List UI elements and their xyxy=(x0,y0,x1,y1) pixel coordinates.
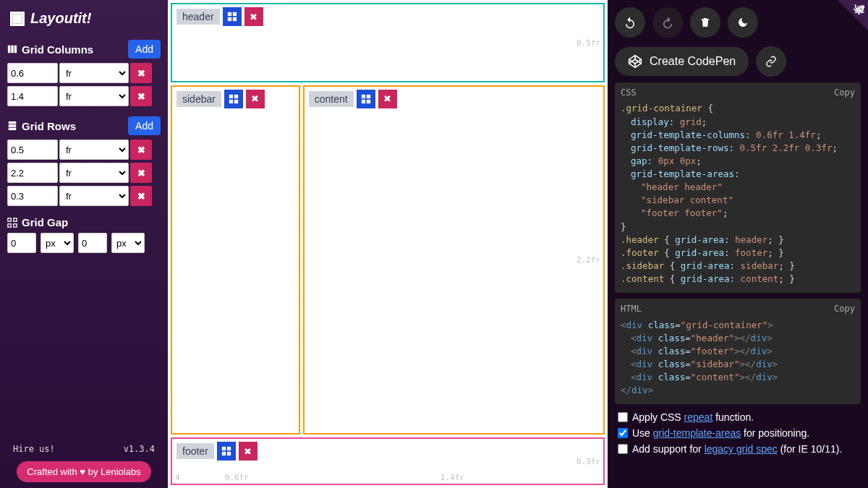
svg-rect-16 xyxy=(229,100,233,103)
svg-rect-3 xyxy=(9,121,17,124)
row-value-input[interactable] xyxy=(7,163,58,183)
area-delete-button[interactable]: ✖ xyxy=(244,7,263,26)
area-name-label[interactable]: content xyxy=(309,91,354,107)
add-column-button[interactable]: Add xyxy=(128,40,161,59)
area-name-label[interactable]: sidebar xyxy=(176,91,221,107)
row-unit-select[interactable]: fr xyxy=(59,163,129,183)
svg-rect-6 xyxy=(8,218,11,221)
area-grid-button[interactable] xyxy=(217,442,236,461)
repeat-checkbox[interactable] xyxy=(618,412,628,422)
option-repeat[interactable]: Apply CSS repeat function. xyxy=(618,411,858,423)
svg-rect-18 xyxy=(362,95,365,98)
svg-rect-11 xyxy=(232,12,236,16)
link-icon xyxy=(765,56,777,67)
redo-icon xyxy=(661,16,674,29)
right-panel: Create CodePen CSS Copy .grid-container … xyxy=(608,0,868,488)
svg-rect-5 xyxy=(9,128,17,131)
dark-mode-button[interactable] xyxy=(728,7,758,38)
app-title: Layoutit! xyxy=(30,10,91,27)
rows-icon xyxy=(7,121,17,131)
grid-preview-canvas[interactable]: 2 header ✖ 0.5fr sidebar ✖ con xyxy=(168,0,608,488)
grid-gap-heading: Grid Gap xyxy=(7,216,68,228)
row-unit-select[interactable]: fr xyxy=(59,140,129,160)
svg-rect-23 xyxy=(227,447,231,450)
row-row: fr ✖ xyxy=(7,163,161,183)
row-value-input[interactable] xyxy=(7,140,58,160)
area-sidebar[interactable]: sidebar ✖ xyxy=(171,85,300,435)
column-row: fr ✖ xyxy=(7,86,161,106)
area-name-label[interactable]: header xyxy=(176,9,220,25)
html-title: HTML xyxy=(621,303,642,315)
row-row: fr ✖ xyxy=(7,140,161,160)
app-logo: Layoutit! xyxy=(7,6,161,37)
gap-col-input[interactable] xyxy=(7,233,36,253)
row-value-input[interactable] xyxy=(7,186,58,206)
option-areas[interactable]: Use grid-template-areas for positioning. xyxy=(618,427,858,439)
svg-rect-7 xyxy=(14,218,17,221)
col-dim-label: 0.6fr xyxy=(225,473,249,482)
github-corner[interactable] xyxy=(838,0,868,30)
svg-rect-10 xyxy=(227,12,231,16)
column-unit-select[interactable]: fr xyxy=(59,63,129,83)
html-code-block: HTML Copy <div class="grid-container"> <… xyxy=(615,299,861,404)
area-header[interactable]: header ✖ 0.5fr xyxy=(171,3,605,82)
area-grid-button[interactable] xyxy=(224,90,243,108)
gap-icon xyxy=(7,218,17,228)
delete-column-button[interactable]: ✖ xyxy=(130,63,152,83)
svg-rect-19 xyxy=(367,95,370,98)
area-name-label[interactable]: footer xyxy=(176,443,214,459)
copy-css-button[interactable]: Copy xyxy=(834,87,855,99)
svg-rect-8 xyxy=(8,223,11,226)
version-label: v1.3.4 xyxy=(124,444,155,454)
grid-left-number: 4 xyxy=(175,473,180,482)
gap-row-unit[interactable]: px xyxy=(111,233,145,253)
svg-rect-1 xyxy=(11,46,14,53)
area-grid-button[interactable] xyxy=(357,90,375,108)
codepen-icon xyxy=(628,54,642,69)
create-codepen-button[interactable]: Create CodePen xyxy=(615,47,749,76)
legacy-checkbox[interactable] xyxy=(618,444,628,454)
svg-rect-24 xyxy=(222,452,226,455)
delete-column-button[interactable]: ✖ xyxy=(130,86,152,106)
column-value-input[interactable] xyxy=(7,63,58,83)
delete-row-button[interactable]: ✖ xyxy=(130,140,152,160)
permalink-button[interactable] xyxy=(756,46,786,77)
column-row: fr ✖ xyxy=(7,63,161,83)
svg-rect-2 xyxy=(14,46,17,53)
grid-columns-heading: Grid Columns xyxy=(7,43,93,56)
delete-row-button[interactable]: ✖ xyxy=(130,163,152,183)
row-dim-label: 2.2fr xyxy=(576,255,600,265)
area-content[interactable]: content ✖ 2.2fr xyxy=(303,85,605,435)
area-footer[interactable]: footer ✖ 0.3fr 4 0.6fr 1.4fr xyxy=(171,437,605,485)
area-delete-button[interactable]: ✖ xyxy=(246,90,265,108)
copy-html-button[interactable]: Copy xyxy=(834,303,855,315)
row-row: fr ✖ xyxy=(7,186,161,206)
area-delete-button[interactable]: ✖ xyxy=(378,90,397,108)
column-value-input[interactable] xyxy=(7,86,58,106)
logo-cube-icon xyxy=(10,12,25,26)
area-delete-button[interactable]: ✖ xyxy=(239,442,258,461)
undo-button[interactable] xyxy=(615,7,645,38)
moon-icon xyxy=(737,17,749,28)
delete-row-button[interactable]: ✖ xyxy=(130,186,152,206)
area-grid-button[interactable] xyxy=(223,7,242,26)
row-dim-label: 0.5fr xyxy=(576,38,600,47)
gap-col-unit[interactable]: px xyxy=(41,233,74,253)
areas-checkbox[interactable] xyxy=(618,428,628,438)
grid-icon xyxy=(227,12,237,22)
option-legacy[interactable]: Add support for legacy grid spec (for IE… xyxy=(618,443,858,455)
svg-rect-22 xyxy=(222,447,226,450)
svg-rect-20 xyxy=(362,100,365,103)
svg-rect-9 xyxy=(14,223,17,226)
hire-us-link[interactable]: Hire us! xyxy=(13,444,55,454)
column-unit-select[interactable]: fr xyxy=(59,86,129,106)
crafted-by-link[interactable]: Crafted with ♥ by Leniolabs xyxy=(17,461,150,482)
add-row-button[interactable]: Add xyxy=(128,116,161,135)
trash-icon xyxy=(699,17,711,28)
gap-row-input[interactable] xyxy=(78,233,107,253)
grid-icon xyxy=(229,94,239,104)
css-title: CSS xyxy=(621,87,637,99)
row-unit-select[interactable]: fr xyxy=(59,186,129,206)
reset-button[interactable] xyxy=(690,7,720,38)
redo-button[interactable] xyxy=(652,7,683,38)
